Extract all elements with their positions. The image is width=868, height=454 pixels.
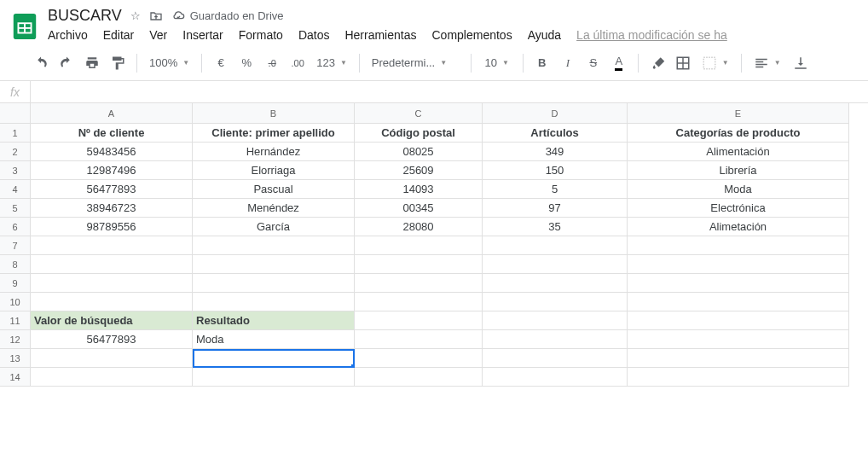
cell[interactable]: 12987496 [31, 161, 193, 180]
cell[interactable]: Cliente: primer apellido [193, 124, 355, 143]
drive-status[interactable]: Guardado en Drive [171, 9, 284, 23]
cell[interactable]: 150 [483, 161, 628, 180]
cell[interactable]: Pascual [193, 180, 355, 199]
cell[interactable] [483, 349, 628, 368]
row-header[interactable]: 11 [0, 311, 31, 330]
cell[interactable] [483, 274, 628, 293]
active-cell[interactable] [193, 349, 355, 368]
menu-formato[interactable]: Formato [239, 28, 283, 42]
cell[interactable] [628, 349, 849, 368]
row-header[interactable]: 4 [0, 180, 31, 199]
cell[interactable]: 97 [483, 199, 628, 218]
cell[interactable]: Valor de búsqueda [31, 311, 193, 330]
cell[interactable] [193, 255, 355, 274]
row-header[interactable]: 2 [0, 143, 31, 161]
cell[interactable]: 98789556 [31, 218, 193, 236]
percent-button[interactable]: % [236, 53, 257, 73]
cell[interactable]: Alimetación [628, 218, 849, 236]
horizontal-align-button[interactable]: ▼ [750, 55, 784, 71]
cell[interactable] [355, 236, 483, 255]
row-header[interactable]: 14 [0, 368, 31, 387]
cell[interactable]: 08025 [355, 143, 483, 161]
cell[interactable] [483, 368, 628, 387]
cell[interactable]: Menéndez [193, 199, 355, 218]
cell[interactable]: Nº de cliente [31, 124, 193, 143]
cell[interactable] [31, 274, 193, 293]
cell[interactable] [193, 293, 355, 311]
paint-format-button[interactable] [107, 53, 128, 73]
row-header[interactable]: 8 [0, 255, 31, 274]
cell[interactable] [628, 236, 849, 255]
italic-button[interactable]: I [558, 53, 578, 73]
print-button[interactable] [82, 53, 102, 73]
sheets-logo[interactable] [9, 10, 41, 43]
row-header[interactable]: 9 [0, 274, 31, 293]
cell[interactable] [31, 368, 193, 387]
more-formats-dropdown[interactable]: 123▼ [313, 56, 350, 69]
cell[interactable]: 56477893 [31, 180, 193, 199]
cell[interactable] [483, 293, 628, 311]
cell[interactable] [628, 368, 849, 387]
cell[interactable]: 349 [483, 143, 628, 161]
cell[interactable]: Hernández [193, 143, 355, 161]
row-header[interactable]: 5 [0, 199, 31, 218]
cell[interactable] [31, 293, 193, 311]
cell[interactable]: 38946723 [31, 199, 193, 218]
cell[interactable]: Moda [193, 330, 355, 349]
zoom-dropdown[interactable]: 100%▼ [146, 56, 193, 69]
cell[interactable] [31, 255, 193, 274]
menu-insertar[interactable]: Insertar [182, 28, 223, 42]
menu-ver[interactable]: Ver [149, 28, 167, 42]
row-header[interactable]: 1 [0, 124, 31, 143]
cell[interactable]: 56477893 [31, 330, 193, 349]
cell[interactable] [628, 330, 849, 349]
star-icon[interactable]: ☆ [130, 9, 141, 22]
strikethrough-button[interactable]: S [583, 53, 604, 73]
cell[interactable] [355, 349, 483, 368]
col-header[interactable]: D [483, 103, 628, 124]
cell[interactable]: 00345 [355, 199, 483, 218]
row-header[interactable]: 10 [0, 293, 31, 311]
cell[interactable]: Elorriaga [193, 161, 355, 180]
cell[interactable] [31, 236, 193, 255]
menu-editar[interactable]: Editar [103, 28, 135, 42]
cell[interactable] [483, 236, 628, 255]
cell[interactable]: Artículos [483, 124, 628, 143]
cell[interactable]: Código postal [355, 124, 483, 143]
cell[interactable] [355, 274, 483, 293]
cell[interactable] [483, 255, 628, 274]
select-all-corner[interactable] [0, 103, 31, 124]
bold-button[interactable]: B [532, 53, 553, 73]
move-icon[interactable] [149, 9, 163, 23]
fill-color-button[interactable] [647, 53, 668, 73]
cell[interactable]: Alimentación [628, 143, 849, 161]
decrease-decimal-button[interactable]: .0 [262, 53, 282, 73]
cell[interactable] [193, 368, 355, 387]
cell[interactable] [193, 236, 355, 255]
cell[interactable] [355, 311, 483, 330]
undo-button[interactable] [31, 53, 51, 73]
cell[interactable] [483, 330, 628, 349]
row-header[interactable]: 3 [0, 161, 31, 180]
row-header[interactable]: 13 [0, 349, 31, 368]
cell[interactable]: García [193, 218, 355, 236]
increase-decimal-button[interactable]: .00 [287, 53, 308, 73]
cell[interactable] [355, 330, 483, 349]
cell[interactable] [355, 293, 483, 311]
menu-complementos[interactable]: Complementos [431, 28, 512, 42]
cell[interactable] [628, 255, 849, 274]
merge-cells-button[interactable]: ▼ [698, 55, 732, 71]
font-dropdown[interactable]: Predetermi...▼ [368, 56, 462, 69]
cell[interactable]: Moda [628, 180, 849, 199]
cell[interactable] [628, 293, 849, 311]
cell[interactable]: Librería [628, 161, 849, 180]
row-header[interactable]: 12 [0, 330, 31, 349]
text-color-button[interactable]: A [609, 53, 629, 73]
cell[interactable] [31, 349, 193, 368]
doc-title[interactable]: BUSCARV [48, 7, 122, 25]
col-header[interactable]: E [628, 103, 849, 124]
cell[interactable] [628, 274, 849, 293]
formula-input[interactable] [31, 81, 868, 102]
col-header[interactable]: C [355, 103, 483, 124]
cell[interactable]: Categorías de producto [628, 124, 849, 143]
